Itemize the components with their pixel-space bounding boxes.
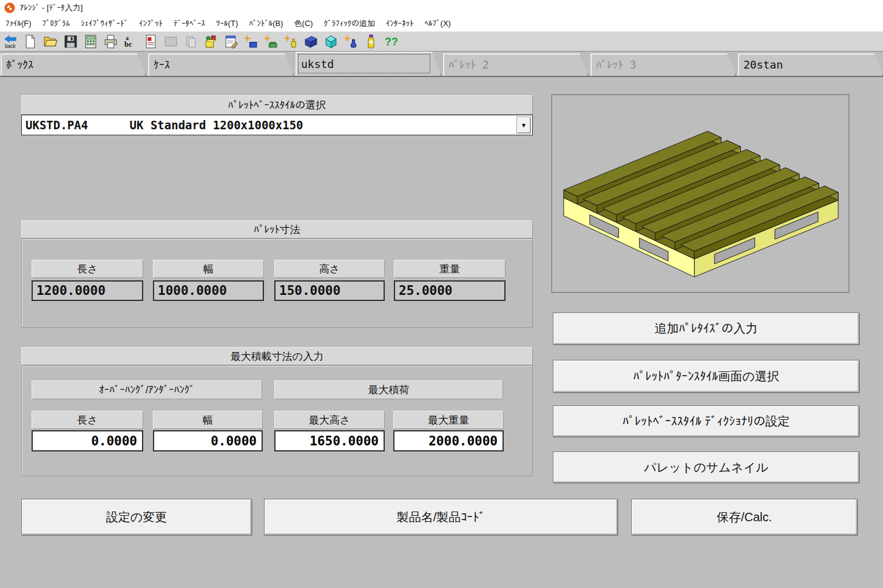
open-folder-icon[interactable] <box>42 33 59 50</box>
weight-value[interactable]: 25.0000 <box>394 280 506 301</box>
new-document-icon[interactable] <box>22 33 39 50</box>
overhang-width-input[interactable] <box>153 430 263 451</box>
tab-pallet-2: ﾊﾟﾚｯﾄ 2 <box>443 53 589 76</box>
menu-bundle[interactable]: ﾊﾞﾝﾄﾞﾙ(B) <box>243 16 288 32</box>
titlebar: ｱﾚﾝｼﾞ - [ﾃﾞｰﾀ入力] <box>0 0 883 16</box>
pallet-style-combobox[interactable]: UKSTD.PA4 UK Standard 1200x1000x150 ▼ <box>21 115 533 135</box>
pallet-pattern-style-button[interactable]: ﾊﾟﾚｯﾄﾊﾟﾀｰﾝｽﾀｲﾙ画面の選択 <box>553 360 859 393</box>
menu-add-graphic[interactable]: ｸﾞﾗﾌｨｯｸの追加 <box>319 16 381 32</box>
package-3d-icon[interactable] <box>303 33 319 50</box>
svg-text:bc: bc <box>124 39 132 48</box>
max-cargo-label: 最大積荷 <box>274 380 503 399</box>
menu-program[interactable]: ﾌﾟﾛｸﾞﾗﾑ <box>37 16 76 32</box>
tab-ukstd[interactable]: ukstd <box>296 52 441 76</box>
tab-pallet-3: ﾊﾟﾚｯﾄ 3 <box>590 53 736 76</box>
wizard-box-icon[interactable] <box>243 33 259 50</box>
pallet-3d-image <box>552 95 848 292</box>
app-window: ｱﾚﾝｼﾞ - [ﾃﾞｰﾀ入力] ﾌｧｲﾙ(F) ﾌﾟﾛｸﾞﾗﾑ ｼｪｲﾌﾟｳｨ… <box>0 0 883 588</box>
svg-text:back: back <box>5 42 16 49</box>
pallet-style-selected-value: UKSTD.PA4 UK Standard 1200x1000x150 <box>25 115 303 135</box>
tab-box[interactable]: ﾎﾞｯｸｽ <box>1 53 146 76</box>
product-name-code-button[interactable]: 製品名/製品ｺｰﾄﾞ <box>264 499 618 535</box>
height-label: 高さ <box>274 260 385 278</box>
copy-disabled-icon <box>183 33 199 50</box>
wizard-flask-icon[interactable] <box>343 33 359 50</box>
menu-file[interactable]: ﾌｧｲﾙ(F) <box>0 16 37 32</box>
save-calc-button[interactable]: 保存/Calc. <box>631 499 858 535</box>
weight-label: 重量 <box>394 260 506 278</box>
properties-icon[interactable] <box>223 33 239 50</box>
max-width-label: 幅 <box>153 411 263 429</box>
add-palletize-button[interactable]: 追加ﾊﾟﾚﾀｲｽﾞの入力 <box>553 313 859 345</box>
max-weight-label: 最大重量 <box>393 411 504 429</box>
wizard-tray-icon[interactable] <box>263 33 279 50</box>
pallet-thumbnail-button[interactable]: パレットのサムネイル <box>553 451 859 483</box>
back-icon[interactable]: back <box>2 33 19 50</box>
window-title: ｱﾚﾝｼﾞ - [ﾃﾞｰﾀ入力] <box>20 2 83 13</box>
spell-check-icon[interactable]: abc <box>123 33 139 50</box>
length-value[interactable]: 1200.0000 <box>32 280 143 301</box>
tab-20stan[interactable]: 20stan <box>738 53 883 76</box>
menu-tools[interactable]: ﾂｰﾙ(T) <box>211 16 243 32</box>
width-value[interactable]: 1000.0000 <box>153 280 264 301</box>
view-3d-icon[interactable] <box>323 33 339 50</box>
change-settings-button[interactable]: 設定の変更 <box>21 499 252 535</box>
help-icon[interactable]: ?? <box>383 33 399 50</box>
save-icon[interactable] <box>63 33 79 50</box>
overhang-length-input[interactable] <box>32 430 143 451</box>
bottle-icon[interactable] <box>363 33 379 50</box>
toolbar: back abc <box>0 32 883 52</box>
menu-internet[interactable]: ｲﾝﾀｰﾈｯﾄ <box>381 16 419 32</box>
blank-disabled-icon <box>163 33 179 50</box>
menu-database[interactable]: ﾃﾞｰﾀﾍﾞｰｽ <box>168 16 211 32</box>
chevron-down-icon: ▼ <box>521 122 527 129</box>
pallet-base-style-dictionary-button[interactable]: ﾊﾟﾚｯﾄﾍﾞｰｽｽﾀｲﾙ ﾃﾞｨｸｼｮﾅﾘの設定 <box>553 405 859 437</box>
print-icon[interactable] <box>103 33 119 50</box>
svg-text:??: ?? <box>385 35 398 47</box>
max-load-header: 最大積載寸法の入力 <box>21 347 533 365</box>
combobox-dropdown-button[interactable]: ▼ <box>516 117 531 133</box>
menu-input[interactable]: ｲﾝﾌﾟｯﾄ <box>134 16 168 32</box>
menubar: ﾌｧｲﾙ(F) ﾌﾟﾛｸﾞﾗﾑ ｼｪｲﾌﾟｳｨｻﾞｰﾄﾞ ｲﾝﾌﾟｯﾄ ﾃﾞｰﾀ… <box>0 16 883 32</box>
menu-color[interactable]: 色(C) <box>289 16 319 32</box>
max-weight-input[interactable] <box>393 430 504 451</box>
tab-strip: ﾎﾞｯｸｽ ｹｰｽ ukstd ﾊﾟﾚｯﾄ 2 ﾊﾟﾚｯﾄ 3 20stan <box>0 52 883 77</box>
width-label: 幅 <box>153 260 264 278</box>
pallet-load-icon[interactable] <box>203 33 219 50</box>
pallet-style-header: ﾊﾟﾚｯﾄﾍﾞｰｽｽﾀｲﾙの選択 <box>21 95 533 115</box>
wizard-bottle-icon[interactable] <box>283 33 299 50</box>
max-height-input[interactable] <box>274 430 385 451</box>
calculator-icon[interactable] <box>83 33 99 50</box>
menu-help[interactable]: ﾍﾙﾌﾟ(X) <box>419 16 456 32</box>
pallet-preview-frame <box>551 94 850 293</box>
menu-shape-wizard[interactable]: ｼｪｲﾌﾟｳｨｻﾞｰﾄﾞ <box>75 16 134 32</box>
pallet-dimensions-header: ﾊﾟﾚｯﾄ寸法 <box>21 220 533 238</box>
overhang-underhang-label: ｵｰﾊﾞｰﾊﾝｸﾞ/ｱﾝﾀﾞｰﾊﾝｸﾞ <box>32 380 262 399</box>
length-label: 長さ <box>32 260 143 278</box>
max-height-label: 最大高さ <box>274 411 385 429</box>
report-icon[interactable] <box>143 33 159 50</box>
max-length-label: 長さ <box>32 411 143 429</box>
app-logo-icon <box>4 2 15 13</box>
tab-case[interactable]: ｹｰｽ <box>148 53 294 76</box>
height-value[interactable]: 150.0000 <box>274 280 385 301</box>
